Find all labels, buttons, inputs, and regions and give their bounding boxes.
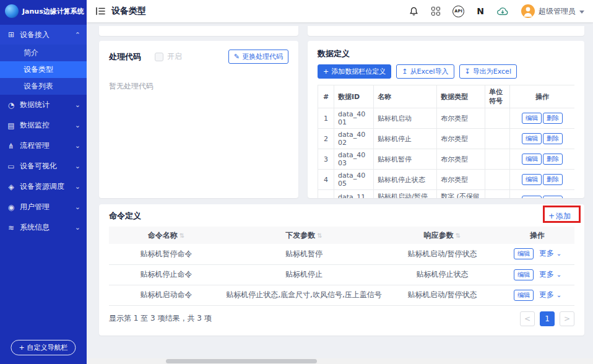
col-label: 命令名称 <box>148 231 178 240</box>
top-header: 设备类型 API N 超级 <box>87 0 593 22</box>
export-excel-button[interactable]: ↧ 导出为Excel <box>459 64 517 79</box>
sidebar-item-system-info[interactable]: ≋ 系统信息 ⌄ <box>0 217 87 238</box>
sidebar-item-data-monitor[interactable]: ▤ 数据监控 ⌄ <box>0 115 87 136</box>
apps-grid-icon[interactable] <box>431 7 440 15</box>
sidebar-item-label: 设备资源调度 <box>20 181 64 192</box>
collapse-menu-icon[interactable] <box>95 7 105 15</box>
more-button[interactable]: 更多 ⌄ <box>539 290 561 299</box>
enable-label: 开启 <box>167 51 182 62</box>
sidebar-item-data-stats[interactable]: ◔ 数据统计 ⌄ <box>0 95 87 115</box>
chevron-down-icon: ⌄ <box>556 271 561 278</box>
logo-icon <box>5 4 19 18</box>
device-visual-icon: ▭ <box>6 162 16 171</box>
edit-button[interactable]: 编辑 <box>514 290 534 301</box>
data-id-cell: data_4005 <box>334 170 374 190</box>
row-num: 2 <box>318 129 334 149</box>
user-mgmt-icon: ◉ <box>6 203 16 212</box>
col-label: 下发参数 <box>285 231 315 240</box>
data-id-cell: data_11536 <box>334 190 374 199</box>
user-menu[interactable]: 超级管理员 <box>521 4 584 18</box>
app-logo-text: Janus边缘计算系统 <box>22 7 84 16</box>
sidebar-item-label: 流程管理 <box>20 141 50 151</box>
add-command-label: 添加 <box>556 211 571 222</box>
data-id-cell: data_4002 <box>334 129 374 149</box>
import-excel-button[interactable]: ↥ 从Excel导入 <box>396 64 454 79</box>
edit-button[interactable]: 编辑 <box>514 269 534 280</box>
sidebar-item-intro[interactable]: 简介 <box>0 45 87 61</box>
sidebar-item-device-visual[interactable]: ▭ 设备可视化 ⌄ <box>0 156 87 176</box>
data-definition-title: 数据定义 <box>318 48 574 59</box>
table-row: 5 data_11536 贴标机启动/暂停状态 数字 (不保留小数) 编辑删除 <box>318 190 575 199</box>
sidebar-item-resource-sched[interactable]: ◈ 设备资源调度 ⌄ <box>0 176 87 197</box>
prev-page-button[interactable]: < <box>520 311 535 326</box>
sidebar-item-user-mgmt[interactable]: ◉ 用户管理 ⌄ <box>0 197 87 217</box>
col-header-command-name[interactable]: 命令名称⇅ <box>109 227 223 244</box>
page-1-button[interactable]: 1 <box>540 311 555 326</box>
unit-cell <box>485 190 510 199</box>
sidebar-item-process-mgmt[interactable]: ⋔ 流程管理 ⌄ <box>0 136 87 156</box>
cloud-upload-icon: ↥ <box>402 67 407 76</box>
delete-button[interactable]: 删除 <box>543 196 563 198</box>
data-definition-table: # 数据ID 名称 数据类型 单位符号 操作 1 data_4001 贴标机启动 <box>318 85 574 198</box>
delete-button[interactable]: 删除 <box>543 133 563 144</box>
next-page-button[interactable]: > <box>560 311 574 326</box>
col-header-response-params[interactable]: 响应参数⇅ <box>384 227 500 244</box>
edit-button[interactable]: 编辑 <box>522 174 542 185</box>
scrollbar-thumb[interactable] <box>166 359 317 363</box>
col-label: 操作 <box>530 231 545 240</box>
edit-button[interactable]: 编辑 <box>522 113 542 124</box>
system-info-icon: ≋ <box>6 223 16 232</box>
empty-code-text: 暂无处理代码 <box>109 81 288 92</box>
change-code-button[interactable]: ✎ 更换处理代码 <box>228 50 288 64</box>
sidebar-item-label: 数据监控 <box>20 120 50 131</box>
row-num: 4 <box>318 170 334 190</box>
type-cell: 布尔类型 <box>437 108 485 129</box>
sidebar-item-device-type[interactable]: 设备类型 <box>0 61 87 78</box>
edit-button[interactable]: 编辑 <box>522 196 542 198</box>
unit-cell <box>485 108 510 129</box>
edit-button[interactable]: 编辑 <box>514 248 534 259</box>
col-header-send-params[interactable]: 下发参数⇅ <box>223 227 384 244</box>
sidebar-item-label: 设备可视化 <box>20 161 57 171</box>
sidebar-menu: ⊞ 设备接入 ⌃ 简介 设备类型 设备列表 ◔ 数据统计 ⌄ ▤ 数据监控 ⌄ <box>0 25 87 238</box>
add-field-label: 添加数据栏位定义 <box>331 67 386 76</box>
chevron-down-icon: ⌄ <box>556 292 561 298</box>
unit-cell <box>485 149 510 170</box>
delete-button[interactable]: 删除 <box>543 154 563 165</box>
sidebar-item-label: 系统信息 <box>20 222 50 233</box>
sidebar: Janus边缘计算系统 ⊞ 设备接入 ⌃ 简介 设备类型 设备列表 ◔ 数据统计… <box>0 0 87 364</box>
custom-nav-button[interactable]: + 自定义导航栏 <box>11 340 76 355</box>
delete-button[interactable]: 删除 <box>543 174 563 185</box>
results-summary: 显示第 1 至 3 项结果，共 3 项 <box>109 313 212 324</box>
col-header-num: # <box>318 85 334 108</box>
add-command-button[interactable]: + 添加 <box>548 211 571 222</box>
add-field-button[interactable]: + 添加数据栏位定义 <box>318 64 391 79</box>
type-cell: 布尔类型 <box>437 149 485 170</box>
delete-button[interactable]: 删除 <box>543 113 563 124</box>
notification-bell-icon[interactable] <box>409 6 419 17</box>
sidebar-item-label: 设备类型 <box>24 64 53 75</box>
col-header-name: 名称 <box>374 85 437 108</box>
send-params-cell: 贴标机停止 <box>223 264 384 285</box>
api-icon[interactable]: API <box>452 6 464 17</box>
edit-button[interactable]: 编辑 <box>522 154 542 165</box>
data-monitor-icon: ▤ <box>6 121 16 130</box>
col-header-data-id: 数据ID <box>334 85 374 108</box>
sidebar-item-label: 用户管理 <box>20 202 50 212</box>
edit-button[interactable]: 编辑 <box>522 133 542 144</box>
enable-checkbox[interactable] <box>155 53 163 61</box>
col-header-ops: 操作 <box>510 85 575 108</box>
sidebar-item-device-list[interactable]: 设备列表 <box>0 78 87 95</box>
data-stats-icon: ◔ <box>6 101 16 110</box>
col-header-ops: 操作 <box>500 227 574 244</box>
resource-sched-icon: ◈ <box>6 183 16 191</box>
more-button[interactable]: 更多 ⌄ <box>539 270 561 279</box>
cloud-download-icon[interactable] <box>496 7 509 16</box>
n-brand-icon[interactable]: N <box>477 6 484 16</box>
more-button[interactable]: 更多 ⌄ <box>539 249 561 258</box>
chevron-down-icon <box>579 11 584 14</box>
name-cell: 贴标机暂停 <box>374 149 437 170</box>
plus-icon: + <box>323 67 329 76</box>
unit-cell <box>485 170 510 190</box>
sidebar-item-device-access[interactable]: ⊞ 设备接入 ⌃ <box>0 25 87 45</box>
